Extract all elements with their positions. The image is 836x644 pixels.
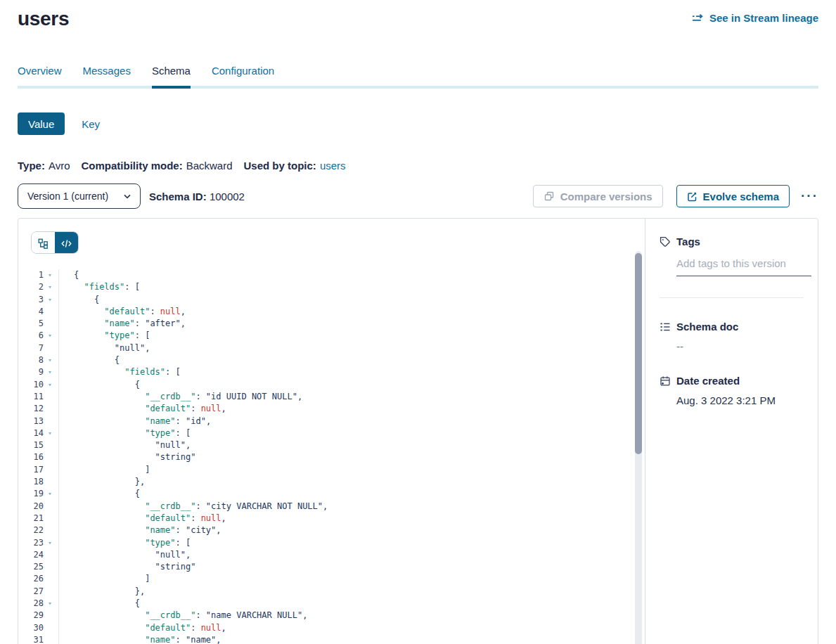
schema-page: users See in Stream lineage Overview Mes… — [0, 0, 836, 644]
code-text: "__crdb__": "city VARCHAR NOT NULL", — [58, 501, 328, 513]
code-text: }, — [58, 586, 145, 598]
line-number: 5 — [31, 318, 44, 330]
fold-spacer — [44, 416, 56, 427]
key-toggle-button[interactable]: Key — [82, 118, 100, 130]
code-text: "null", — [58, 549, 191, 561]
code-text: "__crdb__": "name VARCHAR NULL", — [58, 610, 307, 622]
line-number: 20 — [31, 501, 44, 513]
code-text: "name": "after", — [58, 318, 186, 330]
more-options-button[interactable]: ··· — [801, 193, 818, 200]
doc-list-icon — [660, 321, 671, 333]
code-text: { — [58, 598, 140, 610]
stream-lineage-label: See in Stream lineage — [709, 12, 818, 24]
fold-toggle-icon[interactable]: ▾ — [44, 281, 56, 293]
line-number: 10 — [31, 379, 44, 391]
fold-spacer — [44, 342, 56, 354]
tags-input[interactable] — [676, 256, 811, 276]
tab-overview[interactable]: Overview — [18, 65, 62, 86]
stream-lineage-link[interactable]: See in Stream lineage — [692, 12, 818, 24]
compatibility-label: Compatibility mode: — [81, 160, 182, 172]
tags-section: Tags — [660, 236, 804, 276]
code-text: { — [58, 354, 120, 366]
compare-versions-button[interactable]: Compare versions — [533, 185, 663, 207]
tab-messages[interactable]: Messages — [83, 65, 131, 86]
fold-spacer — [44, 634, 56, 644]
line-number: 31 — [31, 634, 44, 644]
fold-toggle-icon[interactable]: ▾ — [44, 354, 56, 366]
tab-configuration[interactable]: Configuration — [212, 65, 274, 86]
line-number: 17 — [31, 464, 44, 476]
tags-title: Tags — [676, 236, 700, 247]
line-number: 25 — [31, 561, 44, 573]
code-line: 4 "default": null, — [31, 306, 645, 318]
edit-icon — [687, 191, 697, 202]
schema-card: 1▾{2▾ "fields": [3▾ {4 "default": null,5… — [18, 218, 818, 644]
schema-sidebar: Tags — [645, 219, 818, 644]
value-toggle-button[interactable]: Value — [18, 112, 65, 135]
code-text: "null", — [58, 439, 191, 451]
fold-toggle-icon[interactable]: ▾ — [44, 294, 56, 306]
fold-spacer — [44, 476, 56, 488]
code-line: 15 "null", — [31, 439, 645, 451]
line-number: 28 — [31, 598, 44, 610]
page-title: users — [18, 7, 69, 31]
code-text: ] — [58, 464, 150, 476]
code-line: 22 "name": "city", — [31, 524, 645, 536]
scrollbar-thumb[interactable] — [635, 253, 642, 454]
compatibility-value: Backward — [186, 160, 233, 172]
code-line: 30 "default": null, — [31, 622, 645, 634]
fold-toggle-icon[interactable]: ▾ — [44, 379, 56, 391]
date-created-section: Date created Aug. 3 2022 3:21 PM — [660, 375, 804, 406]
code-text: "type": [ — [58, 427, 191, 439]
code-text: "type": [ — [58, 330, 150, 342]
code-line: 16 "string" — [31, 451, 645, 463]
code-text: { — [58, 488, 140, 500]
line-number: 12 — [31, 403, 44, 415]
fold-spacer — [44, 586, 56, 598]
code-line: 23▾ "type": [ — [31, 537, 645, 549]
code-line: 17 ] — [31, 464, 645, 476]
line-number: 14 — [31, 427, 44, 439]
schema-doc-value: -- — [676, 340, 804, 352]
fold-toggle-icon[interactable]: ▾ — [44, 598, 56, 610]
fold-spacer — [44, 391, 56, 403]
tag-icon — [660, 236, 671, 247]
line-number: 2 — [31, 281, 44, 293]
fold-spacer — [44, 622, 56, 634]
line-number: 9 — [31, 366, 44, 378]
fold-spacer — [44, 451, 56, 463]
fold-toggle-icon[interactable]: ▾ — [44, 488, 56, 500]
code-text: { — [58, 294, 99, 306]
schema-doc-header: Schema doc — [660, 321, 804, 333]
code-text: "string" — [58, 561, 195, 573]
code-line: 5 "name": "after", — [31, 318, 645, 330]
code-scrollbar[interactable] — [635, 251, 642, 644]
fold-toggle-icon[interactable]: ▾ — [44, 537, 56, 549]
fold-toggle-icon[interactable]: ▾ — [44, 330, 56, 342]
topic-link[interactable]: users — [320, 160, 346, 172]
line-number: 16 — [31, 451, 44, 463]
fold-toggle-icon[interactable]: ▾ — [44, 427, 56, 439]
evolve-schema-button[interactable]: Evolve schema — [676, 185, 790, 207]
code-line: 19▾ { — [31, 488, 645, 500]
line-number: 18 — [31, 476, 44, 488]
stream-lineage-icon — [692, 13, 705, 23]
line-number: 24 — [31, 549, 44, 561]
version-select-value: Version 1 (current) — [27, 191, 108, 202]
line-number: 19 — [31, 488, 44, 500]
fold-toggle-icon[interactable]: ▾ — [44, 269, 56, 281]
fold-spacer — [44, 524, 56, 536]
fold-spacer — [44, 561, 56, 573]
code-line: 21 "default": null, — [31, 513, 645, 524]
tree-view-button[interactable] — [32, 232, 55, 254]
tags-header: Tags — [660, 236, 804, 247]
tab-schema[interactable]: Schema — [152, 65, 191, 89]
schema-id-label: Schema ID: — [149, 191, 207, 202]
code-line: 10▾ { — [31, 379, 645, 391]
date-created-value: Aug. 3 2022 3:21 PM — [676, 394, 804, 406]
sidebar-divider — [660, 297, 804, 298]
fold-toggle-icon[interactable]: ▾ — [44, 366, 56, 378]
line-number: 23 — [31, 537, 44, 549]
version-select[interactable]: Version 1 (current) — [18, 183, 141, 209]
code-view-button[interactable] — [55, 232, 78, 254]
